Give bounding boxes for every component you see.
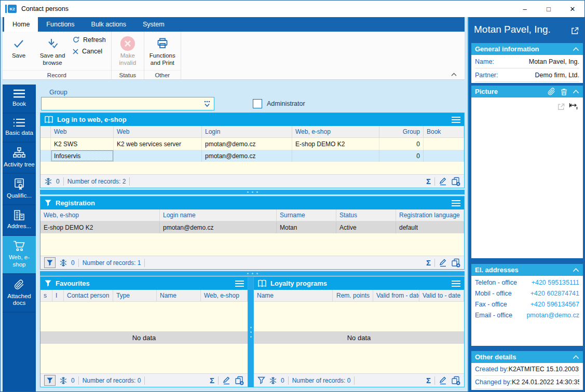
save-and-browse-button[interactable]: Save and browse bbox=[35, 32, 70, 70]
cell[interactable]: default bbox=[396, 221, 464, 233]
cell[interactable]: 0 bbox=[379, 150, 424, 162]
filter-icon[interactable] bbox=[257, 376, 265, 384]
maximize-button[interactable]: □ bbox=[537, 1, 561, 17]
cell[interactable]: E-shop DEMO K2 bbox=[40, 221, 160, 233]
delete-picture-icon[interactable] bbox=[561, 88, 567, 95]
fax-link[interactable]: +420 596134567 bbox=[530, 301, 579, 308]
cell[interactable] bbox=[114, 150, 202, 162]
horizontal-splitter[interactable] bbox=[40, 271, 465, 276]
phone-link[interactable]: +420 602874741 bbox=[530, 290, 579, 297]
collapse-section-icon[interactable] bbox=[573, 268, 579, 272]
panel-menu-icon[interactable] bbox=[452, 200, 460, 206]
filter-toggle-icon[interactable] bbox=[44, 375, 56, 386]
phone-link[interactable]: +420 595135111 bbox=[532, 279, 579, 286]
cell[interactable]: pmotan@demo.cz bbox=[160, 221, 277, 233]
sum-icon[interactable]: Σ bbox=[426, 177, 431, 185]
make-invalid-button[interactable]: Make invalid bbox=[112, 32, 144, 70]
column-header[interactable]: Login bbox=[202, 126, 292, 137]
copy-add-icon[interactable] bbox=[451, 258, 460, 268]
collapse-section-icon[interactable] bbox=[573, 89, 579, 94]
administrator-checkbox[interactable] bbox=[253, 99, 262, 108]
tab-bulk-actions[interactable]: Bulk actions bbox=[83, 17, 134, 32]
refresh-button[interactable]: Refresh bbox=[72, 36, 106, 44]
group-dropdown-icon[interactable] bbox=[200, 97, 214, 110]
open-picture-icon[interactable] bbox=[557, 103, 565, 111]
column-header[interactable]: Web, e-shop bbox=[40, 209, 160, 221]
collapse-section-icon[interactable] bbox=[573, 47, 579, 51]
column-header[interactable]: Web bbox=[114, 126, 202, 137]
minimize-button[interactable]: – bbox=[513, 1, 537, 17]
snowflake-icon[interactable] bbox=[269, 376, 277, 385]
edit-pencil-icon[interactable] bbox=[439, 177, 447, 186]
table-row-selected[interactable]: E-shop DEMO K2 pmotan@demo.cz Motan Acti… bbox=[40, 221, 464, 233]
column-header[interactable]: Valid from - date bbox=[373, 290, 419, 301]
column-header[interactable]: Contact person bbox=[64, 290, 113, 301]
collapse-ribbon-icon[interactable] bbox=[451, 72, 457, 77]
column-header[interactable]: Group bbox=[379, 126, 424, 137]
tab-home[interactable]: Home bbox=[4, 17, 38, 32]
cell[interactable] bbox=[292, 150, 379, 162]
filter-toggle-icon[interactable] bbox=[44, 257, 56, 268]
functions-and-print-button[interactable]: Functions and Print bbox=[144, 32, 181, 70]
sum-icon[interactable]: Σ bbox=[426, 259, 431, 267]
cell[interactable]: K2 SWS bbox=[51, 138, 114, 150]
snowflake-icon[interactable] bbox=[44, 177, 52, 186]
cell[interactable] bbox=[424, 150, 464, 162]
cell[interactable]: pmotan@demo.cz bbox=[202, 150, 292, 162]
cell[interactable]: Active bbox=[336, 221, 396, 233]
snowflake-icon[interactable] bbox=[59, 259, 67, 267]
column-header[interactable]: Type bbox=[113, 290, 157, 301]
sum-icon[interactable]: Σ bbox=[426, 376, 431, 384]
resize-picture-icon[interactable] bbox=[569, 103, 578, 110]
column-header[interactable]: Name bbox=[157, 290, 201, 301]
cell[interactable]: pmotan@demo.cz bbox=[202, 138, 292, 150]
column-header[interactable]: Rem. points bbox=[333, 290, 373, 301]
cell[interactable]: K2 web services server bbox=[114, 138, 202, 150]
edit-pencil-icon[interactable] bbox=[439, 376, 447, 385]
horizontal-splitter[interactable] bbox=[40, 190, 465, 194]
column-header[interactable]: Login name bbox=[160, 209, 277, 221]
cell-focused[interactable]: Infoservis bbox=[51, 150, 114, 162]
table-row-selected[interactable]: Infoservis pmotan@demo.cz 0 bbox=[40, 150, 464, 162]
snowflake-icon[interactable] bbox=[59, 376, 67, 385]
cell[interactable] bbox=[424, 138, 464, 150]
attach-picture-icon[interactable] bbox=[548, 88, 555, 95]
column-header[interactable]: Status bbox=[336, 209, 396, 221]
panel-menu-icon[interactable] bbox=[452, 281, 460, 287]
group-combobox[interactable] bbox=[41, 97, 214, 110]
make-invalid-icon bbox=[119, 35, 136, 52]
copy-add-icon[interactable] bbox=[451, 376, 460, 385]
column-header[interactable]: Web, e-shop bbox=[292, 126, 379, 137]
column-header[interactable]: Book bbox=[424, 126, 464, 137]
panel-menu-icon[interactable] bbox=[235, 281, 244, 287]
cancel-button[interactable]: Cancel bbox=[72, 48, 106, 55]
column-header[interactable]: Surname bbox=[277, 209, 336, 221]
table-row[interactable]: K2 SWS K2 web services server pmotan@dem… bbox=[40, 138, 464, 150]
frozen-count: 0 bbox=[71, 377, 75, 384]
panel-menu-icon[interactable] bbox=[452, 117, 460, 123]
column-header[interactable]: Registration language bbox=[396, 209, 464, 221]
close-button[interactable]: ✕ bbox=[561, 1, 584, 17]
edit-pencil-icon[interactable] bbox=[222, 376, 231, 385]
tab-functions[interactable]: Functions bbox=[38, 17, 83, 32]
cell[interactable]: Motan bbox=[277, 221, 336, 233]
email-link[interactable]: pmotan@demo.cz bbox=[526, 312, 579, 319]
copy-add-icon[interactable] bbox=[451, 177, 460, 186]
column-header[interactable]: Web, e-shop bbox=[201, 290, 248, 301]
column-header[interactable] bbox=[40, 126, 51, 137]
column-header[interactable]: Valid to - date bbox=[419, 290, 464, 301]
sum-icon[interactable]: Σ bbox=[210, 376, 214, 384]
column-header[interactable]: Web bbox=[51, 126, 114, 137]
cell[interactable]: 0 bbox=[379, 138, 424, 150]
column-header[interactable]: I bbox=[52, 290, 64, 301]
vertical-splitter[interactable] bbox=[248, 276, 253, 387]
save-button[interactable]: Save bbox=[3, 32, 35, 70]
edit-pencil-icon[interactable] bbox=[439, 258, 447, 267]
tab-system[interactable]: System bbox=[134, 17, 173, 32]
open-record-icon[interactable] bbox=[570, 26, 579, 35]
cell[interactable]: E-shop DEMO K2 bbox=[292, 138, 379, 150]
column-header[interactable]: Name bbox=[254, 290, 333, 301]
copy-add-icon[interactable] bbox=[235, 376, 244, 385]
column-header[interactable]: s bbox=[40, 290, 52, 301]
collapse-section-icon[interactable] bbox=[573, 355, 579, 359]
